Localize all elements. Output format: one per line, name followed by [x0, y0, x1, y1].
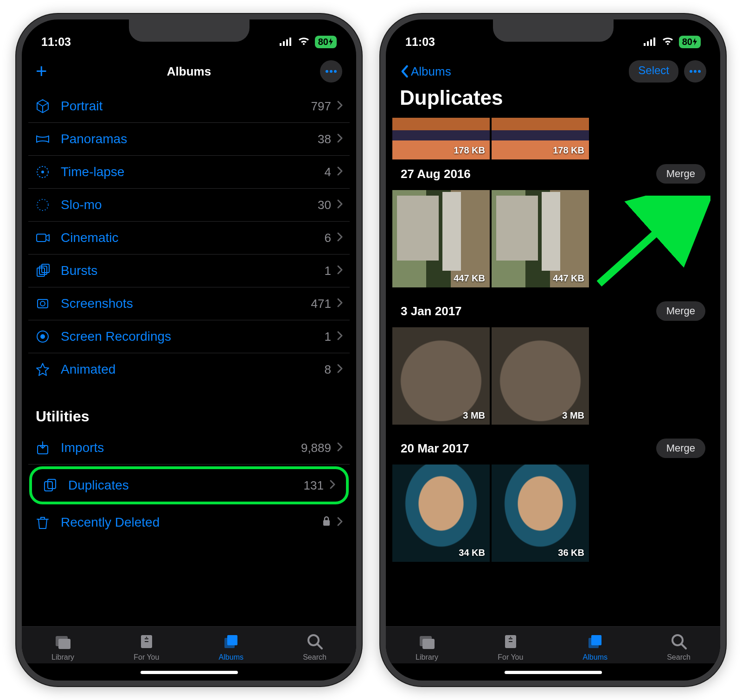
svg-rect-2 — [286, 39, 288, 46]
chevron-icon — [337, 99, 343, 114]
tab-icon — [306, 632, 324, 652]
group-date: 27 Aug 2016 — [401, 167, 471, 181]
duplicate-group: 27 Aug 2016 Merge 447 KB 447 KB — [392, 159, 714, 287]
tab-label: Albums — [219, 653, 243, 662]
album-row-animated[interactable]: Animated 8 — [28, 353, 350, 386]
chevron-icon — [337, 165, 343, 179]
row-label: Screen Recordings — [61, 329, 325, 344]
tab-search[interactable]: Search — [303, 632, 326, 662]
recordings-icon — [35, 329, 61, 344]
thumbnail[interactable]: 3 MB — [392, 327, 490, 425]
file-size: 178 KB — [454, 145, 485, 156]
row-label: Imports — [61, 440, 301, 455]
home-indicator[interactable] — [505, 671, 602, 674]
file-size: 178 KB — [553, 145, 584, 156]
row-count: 1 — [325, 264, 331, 278]
svg-rect-19 — [45, 482, 52, 491]
album-row-panoramas[interactable]: Panoramas 38 — [28, 123, 350, 156]
page-title: Duplicates — [386, 85, 720, 118]
screen-title: Albums — [73, 64, 305, 79]
tab-library[interactable]: Library — [416, 632, 438, 662]
more-button[interactable] — [320, 60, 342, 83]
album-row-screenshots[interactable]: Screenshots 471 — [28, 287, 350, 320]
svg-point-8 — [41, 171, 44, 173]
status-time: 11:03 — [41, 35, 71, 49]
tab-icon — [222, 632, 240, 652]
home-indicator[interactable] — [141, 671, 238, 674]
album-row-portrait[interactable]: Portrait 797 — [28, 90, 350, 123]
tab-bar: LibraryFor YouAlbumsSearch — [22, 626, 356, 681]
thumbnail[interactable]: 447 KB — [392, 190, 490, 287]
file-size: 447 KB — [454, 273, 485, 284]
tab-albums[interactable]: Albums — [583, 632, 608, 662]
svg-rect-38 — [422, 639, 435, 649]
albums-list[interactable]: Portrait 797 Panoramas 38 Time-lapse 4 S… — [22, 90, 356, 626]
album-row-time-lapse[interactable]: Time-lapse 4 — [28, 156, 350, 189]
timelapse-icon — [35, 164, 61, 180]
cellular-icon — [644, 35, 657, 49]
animated-icon — [35, 362, 61, 377]
nav-bar: Albums Select — [386, 56, 720, 85]
merge-button[interactable]: Merge — [656, 439, 705, 458]
row-label: Panoramas — [61, 132, 318, 146]
duplicates-icon — [42, 477, 68, 493]
svg-point-5 — [330, 70, 333, 73]
svg-rect-14 — [38, 299, 48, 308]
row-label: Bursts — [61, 263, 325, 278]
thumbnail[interactable]: 178 KB — [392, 118, 490, 159]
utility-row-recently-deleted[interactable]: Recently Deleted — [28, 506, 350, 539]
duplicate-group-partial: 178 KB 178 KB — [392, 118, 714, 159]
tab-for-you[interactable]: For You — [134, 632, 159, 662]
thumbnail[interactable]: 447 KB — [492, 190, 589, 287]
row-count: 797 — [311, 99, 331, 114]
battery-indicator: 80 — [679, 36, 701, 48]
pano-icon — [35, 131, 61, 147]
add-button[interactable]: + — [36, 60, 47, 83]
more-button[interactable] — [684, 60, 706, 83]
thumbnail[interactable]: 3 MB — [492, 327, 589, 425]
duplicate-group: 3 Jan 2017 Merge 3 MB 3 MB — [392, 297, 714, 425]
row-label: Time-lapse — [61, 165, 325, 179]
phone-left: 11:03 80 + Albums Portrait 797 Panoramas… — [16, 14, 362, 686]
row-label: Cinematic — [61, 230, 325, 245]
row-label: Recently Deleted — [61, 515, 322, 530]
slomo-icon — [35, 197, 61, 213]
back-button[interactable]: Albums — [400, 64, 451, 79]
svg-point-17 — [40, 334, 45, 339]
bursts-icon — [35, 263, 61, 279]
tab-label: Library — [416, 653, 438, 662]
chevron-icon — [337, 230, 343, 245]
album-row-slo-mo[interactable]: Slo-mo 30 — [28, 189, 350, 222]
cellular-icon — [280, 35, 293, 49]
album-row-cinematic[interactable]: Cinematic 6 — [28, 222, 350, 255]
thumbnail[interactable]: 178 KB — [492, 118, 589, 159]
chevron-icon — [337, 329, 343, 344]
tab-for-you[interactable]: For You — [498, 632, 523, 662]
row-count: 30 — [318, 198, 331, 212]
utility-row-duplicates[interactable]: Duplicates 131 — [36, 469, 342, 502]
thumbnail[interactable]: 34 KB — [392, 465, 490, 562]
duplicate-group: 20 Mar 2017 Merge 34 KB 36 KB — [392, 434, 714, 562]
row-count: 1 — [325, 330, 331, 344]
row-count: 38 — [318, 132, 331, 146]
tab-search[interactable]: Search — [667, 632, 691, 662]
row-label: Animated — [61, 362, 325, 377]
thumbnail[interactable]: 36 KB — [492, 465, 589, 562]
select-button[interactable]: Select — [629, 60, 678, 83]
svg-point-9 — [37, 199, 48, 210]
group-date: 20 Mar 2017 — [401, 441, 469, 456]
tab-library[interactable]: Library — [51, 632, 74, 662]
svg-rect-26 — [227, 635, 237, 645]
merge-button[interactable]: Merge — [656, 164, 705, 184]
utility-row-imports[interactable]: Imports 9,889 — [28, 432, 350, 465]
row-count: 6 — [325, 231, 331, 245]
album-row-screen-recordings[interactable]: Screen Recordings 1 — [28, 320, 350, 353]
svg-line-43 — [682, 644, 686, 649]
tab-albums[interactable]: Albums — [219, 632, 243, 662]
svg-point-6 — [334, 70, 337, 73]
merge-button[interactable]: Merge — [656, 301, 705, 321]
tab-icon — [54, 632, 72, 652]
duplicates-list[interactable]: 178 KB 178 KB 27 Aug 2016 Merge 447 KB 4… — [386, 118, 720, 626]
album-row-bursts[interactable]: Bursts 1 — [28, 255, 350, 287]
trash-icon — [35, 515, 61, 530]
